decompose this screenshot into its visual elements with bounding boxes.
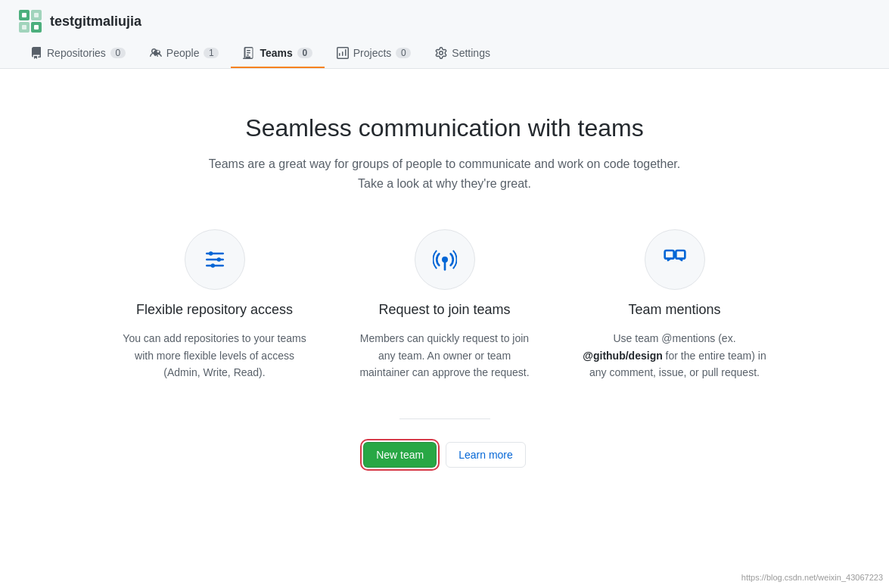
team-mentions-desc: Use team @mentions (ex. @github/design f…	[583, 330, 767, 381]
org-title-row: testgitmaliujia	[18, 0, 871, 39]
tab-projects[interactable]: Projects 0	[325, 39, 424, 68]
svg-point-12	[216, 258, 220, 262]
main-content: Seamless communication with teams Teams …	[104, 69, 785, 498]
svg-rect-17	[676, 250, 685, 259]
svg-rect-5	[34, 13, 39, 17]
tab-teams-count: 0	[297, 48, 312, 58]
feature-flexible-repo: Flexible repository access You can add r…	[123, 229, 307, 381]
new-team-button[interactable]: New team	[363, 442, 437, 468]
projects-icon	[337, 47, 349, 59]
tab-projects-count: 0	[396, 48, 411, 58]
tab-repositories-count: 0	[110, 48, 126, 58]
features-row: Flexible repository access You can add r…	[123, 229, 767, 381]
svg-rect-16	[664, 250, 673, 259]
flexible-repo-icon-circle	[185, 229, 245, 290]
teams-icon	[243, 47, 255, 59]
flexible-repo-title: Flexible repository access	[136, 302, 293, 318]
comment-icon	[663, 247, 687, 272]
tab-people-label: People	[166, 47, 200, 59]
svg-rect-7	[34, 25, 39, 30]
request-join-desc: Members can quickly request to join any …	[353, 330, 537, 381]
people-icon	[150, 47, 162, 59]
section-divider	[399, 418, 490, 419]
tab-teams[interactable]: Teams 0	[231, 39, 324, 68]
nav-tabs: Repositories 0 People 1 Teams 0	[18, 39, 871, 68]
team-mentions-title: Team mentions	[628, 302, 720, 318]
tab-people-count: 1	[204, 48, 219, 58]
tab-repositories-label: Repositories	[47, 47, 106, 59]
tab-settings-label: Settings	[452, 47, 490, 59]
flexible-repo-desc: You can add repositories to your teams w…	[123, 330, 307, 381]
org-name: testgitmaliujia	[50, 14, 141, 30]
tab-teams-label: Teams	[260, 47, 292, 59]
feature-team-mentions: Team mentions Use team @mentions (ex. @g…	[583, 229, 767, 381]
tab-people[interactable]: People 1	[138, 39, 232, 68]
repo-icon	[30, 47, 42, 59]
tab-projects-label: Projects	[353, 47, 392, 59]
header: testgitmaliujia Repositories 0 People 1	[0, 0, 889, 69]
sliders-icon	[203, 247, 227, 272]
hero-title: Seamless communication with teams	[123, 114, 767, 142]
svg-rect-6	[22, 25, 26, 30]
tab-repositories[interactable]: Repositories 0	[18, 39, 138, 68]
request-join-icon-circle	[415, 229, 475, 290]
svg-point-11	[209, 252, 213, 256]
learn-more-button[interactable]: Learn more	[446, 442, 526, 468]
action-row: New team Learn more	[123, 442, 767, 468]
svg-rect-4	[22, 13, 26, 17]
feature-request-join: Request to join teams Members can quickl…	[353, 229, 537, 381]
settings-icon	[435, 47, 447, 59]
broadcast-icon	[433, 247, 457, 272]
hero-subtitle: Teams are a great way for groups of peop…	[123, 154, 767, 193]
request-join-title: Request to join teams	[378, 302, 510, 318]
team-mentions-icon-circle	[645, 229, 705, 290]
svg-point-13	[210, 264, 214, 268]
tab-settings[interactable]: Settings	[423, 39, 502, 68]
org-logo-icon	[18, 9, 42, 33]
